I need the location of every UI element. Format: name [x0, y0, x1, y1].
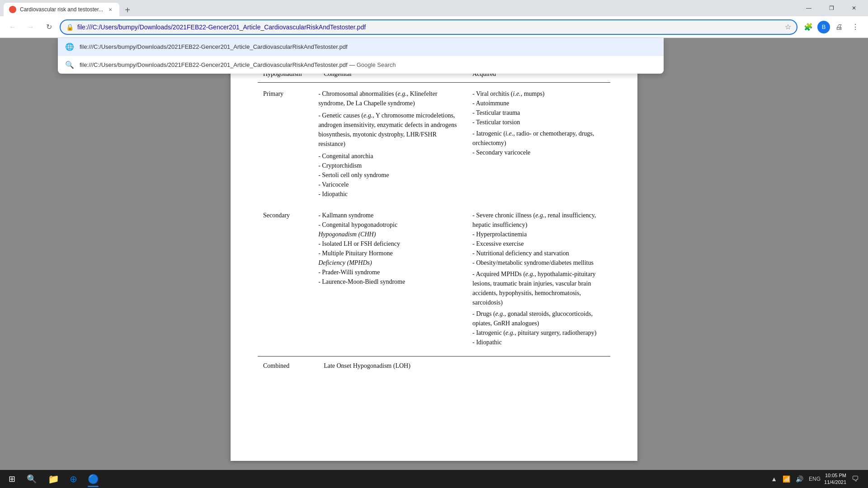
address-bar[interactable]: 🔒 file:///C:/Users/bumpy/Downloads/2021F…: [60, 19, 797, 35]
file-explorer-icon: 📁: [48, 474, 59, 484]
list-item: - Drugs (e.g., gonadal steroids, glucoco…: [472, 309, 605, 328]
list-item: - Iatrogenic (i.e., radio- or chemothera…: [472, 129, 605, 148]
primary-congenital: - Chromosomal abnormalities (e.g., Kline…: [318, 83, 467, 202]
suggestion-item-search[interactable]: 🔍 file:///C:/Users/bumpy/Downloads/2021F…: [58, 56, 664, 74]
list-item: - Acquired MPHDs (e.g., hypothalamic-pit…: [472, 269, 605, 307]
new-tab-button[interactable]: +: [121, 4, 134, 16]
row-type-primary: Primary: [258, 83, 318, 202]
list-item: - Isolated LH or FSH deficiency: [318, 239, 462, 249]
account-button[interactable]: B: [817, 21, 830, 33]
spacer-row: [258, 202, 610, 208]
taskbar-apps: 📁 ⊕ 🔵: [43, 470, 103, 488]
address-dropdown: 🌐 file:///C:/Users/bumpy/Downloads/2021F…: [58, 38, 664, 74]
time-display: 10:05 PM: [824, 472, 846, 479]
list-item: - Varicocele: [318, 180, 462, 189]
tab-label: Cardiovascular risk and testoster...: [20, 6, 103, 13]
list-item: - Viral orchitis (i.e., mumps): [472, 89, 605, 99]
forward-button[interactable]: →: [24, 20, 38, 34]
minimize-button[interactable]: —: [798, 1, 819, 15]
search-button[interactable]: 🔍: [22, 470, 42, 488]
taskbar-app-chrome[interactable]: 🔵: [83, 470, 103, 488]
list-item: - Prader-Willi syndrome: [318, 267, 462, 277]
taskbar-app-file-explorer[interactable]: 📁: [43, 470, 63, 488]
globe-icon: 🌐: [65, 42, 74, 51]
edge-icon: ⊕: [70, 474, 77, 484]
list-item: - Multiple Pituitary Hormone: [318, 249, 462, 258]
windows-icon: ⊞: [9, 474, 15, 484]
list-item: - Severe chronic illness (e.g., renal in…: [472, 211, 605, 230]
content-area: Hypogonadism Congenital Acquired Primary…: [0, 38, 868, 470]
combined-text: Late Onset Hypogonadism (LOH): [318, 356, 610, 373]
list-item: - Obesity/metabolic syndrome/diabetes me…: [472, 258, 605, 267]
close-button[interactable]: ✕: [844, 1, 864, 15]
list-item: - Chromosomal abnormalities (e.g., Kline…: [318, 89, 462, 108]
spacer-row: [258, 350, 610, 356]
secondary-congenital: - Kallmann syndrome - Congenital hypogon…: [318, 208, 467, 350]
row-type-secondary: Secondary: [258, 208, 318, 350]
maximize-button[interactable]: ❐: [821, 1, 842, 15]
table-row: Secondary - Kallmann syndrome - Congenit…: [258, 208, 610, 350]
list-item: - Iatrogenic (e.g., pituitary surgery, r…: [472, 328, 605, 338]
hypogonadism-table: Hypogonadism Congenital Acquired Primary…: [258, 65, 610, 373]
active-tab[interactable]: Cardiovascular risk and testoster... ✕: [4, 3, 119, 16]
list-item: - Nutritional deficiency and starvation: [472, 249, 605, 258]
taskbar: ⊞ 🔍 📁 ⊕ 🔵 ▲ 📶 🔊 ENG 10:05 PM 11/4/2021: [0, 470, 868, 488]
wifi-icon: 📶: [781, 474, 792, 484]
date-display: 11/4/2021: [824, 479, 846, 486]
tab-close-button[interactable]: ✕: [107, 6, 114, 13]
refresh-button[interactable]: ↻: [42, 20, 56, 34]
print-button[interactable]: 🖨: [832, 20, 846, 34]
table-row: Primary - Chromosomal abnormalities (e.g…: [258, 83, 610, 202]
list-item: - Testicular trauma: [472, 108, 605, 117]
suggestion-search-text: file:///C:/Users/bumpy/Downloads/2021FEB…: [80, 61, 396, 68]
tab-favicon: [9, 6, 16, 13]
clock[interactable]: 10:05 PM 11/4/2021: [824, 472, 846, 486]
primary-acquired: - Viral orchitis (i.e., mumps) - Autoimm…: [467, 83, 610, 202]
taskbar-app-edge[interactable]: ⊕: [63, 470, 83, 488]
row-type-combined: Combined: [258, 356, 318, 373]
extensions-button[interactable]: 🧩: [801, 20, 816, 34]
list-item: - Congenital hypogonadotropic: [318, 220, 462, 230]
search-icon: 🔍: [27, 474, 37, 484]
address-text: file:///C:/Users/bumpy/Downloads/2021FEB…: [77, 23, 781, 31]
back-button[interactable]: ←: [5, 20, 20, 34]
bookmark-icon[interactable]: ☆: [785, 23, 791, 31]
search-icon: 🔍: [65, 61, 74, 69]
list-item: - Idiopathic: [472, 338, 605, 347]
list-item: - Cryptorchidism: [318, 161, 462, 170]
site-info-icon: 🔒: [66, 23, 74, 31]
notification-button[interactable]: 🗨: [848, 470, 863, 488]
list-item: - Hyperprolactinemia: [472, 230, 605, 239]
list-item: - Idiopathic: [318, 189, 462, 199]
pdf-viewer[interactable]: Hypogonadism Congenital Acquired Primary…: [0, 38, 868, 470]
notification-icon: 🗨: [852, 475, 859, 483]
language-indicator[interactable]: ENG: [807, 474, 822, 484]
pdf-page: Hypogonadism Congenital Acquired Primary…: [231, 47, 637, 461]
list-item: - Autoimmune: [472, 99, 605, 108]
list-item: - Secondary varicocele: [472, 148, 605, 157]
list-item: - Excessive exercise: [472, 239, 605, 249]
suggestion-url: file:///C:/Users/bumpy/Downloads/2021FEB…: [80, 43, 348, 50]
secondary-acquired: - Severe chronic illness (e.g., renal in…: [467, 208, 610, 350]
network-up-icon: ▲: [769, 474, 779, 484]
list-item: - Genetic causes (e.g., Y chromosome mic…: [318, 111, 462, 149]
list-item: - Kallmann syndrome: [318, 211, 462, 220]
list-item: Deficiency (MPHDs): [318, 258, 462, 267]
more-menu-button[interactable]: ⋮: [848, 20, 863, 34]
list-item: - Congenital anorchia: [318, 151, 462, 161]
list-item: - Sertoli cell only syndrome: [318, 170, 462, 180]
list-item: - Laurence-Moon-Biedl syndrome: [318, 277, 462, 286]
table-row: Combined Late Onset Hypogonadism (LOH): [258, 356, 610, 373]
list-item: Hypogonadism (CHH): [318, 230, 462, 239]
volume-icon: 🔊: [794, 474, 805, 484]
suggestion-item-active[interactable]: 🌐 file:///C:/Users/bumpy/Downloads/2021F…: [58, 38, 664, 56]
taskbar-right: ▲ 📶 🔊 ENG 10:05 PM 11/4/2021 🗨: [769, 470, 866, 488]
start-button[interactable]: ⊞: [2, 470, 22, 488]
list-item: - Testicular torsion: [472, 117, 605, 127]
chrome-icon: 🔵: [88, 474, 99, 484]
